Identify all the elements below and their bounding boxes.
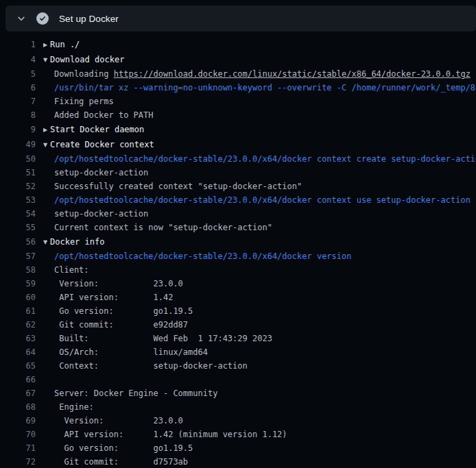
log-line: 66 (0, 373, 476, 386)
line-number[interactable]: 56 (0, 234, 36, 249)
log-line: 51setup-docker-action (0, 166, 476, 180)
log-command-text: /opt/hostedtoolcache/docker-stable/23.0.… (36, 249, 476, 263)
log-line: 72 Git commit: d7573ab (0, 455, 476, 468)
group-row-content: ▼Create Docker context (36, 137, 476, 152)
group-collapsed-icon: ▶ (43, 123, 50, 137)
line-number[interactable]: 66 (0, 373, 36, 386)
log-line: 69 Version: 23.0.0 (0, 414, 476, 428)
log-line: 68 Engine: (0, 400, 476, 414)
line-number[interactable]: 63 (0, 332, 36, 345)
chevron-down-icon[interactable] (16, 14, 26, 23)
group-title: Download docker (50, 55, 124, 64)
log-line: 57/opt/hostedtoolcache/docker-stable/23.… (0, 249, 476, 263)
log-text: Context: setup-docker-action (36, 359, 476, 373)
line-number[interactable]: 67 (0, 386, 36, 400)
group-expanded-icon: ▼ (43, 235, 50, 249)
log-line: 64 OS/Arch: linux/amd64 (0, 345, 476, 359)
log-text: Successfully created context "setup-dock… (36, 180, 476, 193)
log-text: Fixing perms (36, 95, 476, 108)
log-line: 71 Go version: go1.19.5 (0, 441, 476, 455)
group-collapsed-icon: ▶ (43, 38, 50, 52)
line-number[interactable]: 5 (0, 67, 36, 81)
log-text: setup-docker-action (36, 207, 476, 221)
actions-log-page: { "header": { "title": "Set up Docker", … (0, 0, 476, 468)
log-line: 61 Go version: go1.19.5 (0, 304, 476, 318)
line-number[interactable]: 65 (0, 359, 36, 373)
line-number[interactable]: 62 (0, 318, 36, 332)
line-number[interactable]: 52 (0, 180, 36, 193)
check-circle-icon (36, 12, 49, 25)
log-line: 50/opt/hostedtoolcache/docker-stable/23.… (0, 152, 476, 166)
log-text: Go version: go1.19.5 (36, 304, 476, 318)
log-url-link[interactable]: https://download.docker.com/linux/static… (114, 69, 471, 79)
group-row-content: ▶Start Docker daemon (36, 122, 476, 137)
log-line: 7Fixing perms (0, 95, 476, 108)
step-header[interactable]: Set up Docker (5, 5, 476, 32)
log-text: Git commit: e92dd87 (36, 318, 476, 332)
log-group-row[interactable]: 49▼Create Docker context (0, 137, 476, 152)
log-line: 62 Git commit: e92dd87 (0, 318, 476, 332)
line-number[interactable]: 4 (0, 52, 36, 67)
group-row-content: ▶Run ./ (36, 37, 476, 52)
log-text: Git commit: d7573ab (36, 455, 476, 468)
log-text: OS/Arch: linux/amd64 (36, 345, 476, 359)
log-line: 67Server: Docker Engine - Community (0, 386, 476, 400)
log-command-text: /opt/hostedtoolcache/docker-stable/23.0.… (36, 193, 476, 207)
log-line: 52Successfully created context "setup-do… (0, 180, 476, 193)
log-group-row[interactable]: 4▼Download docker (0, 52, 476, 67)
log-group-row[interactable]: 1▶Run ./ (0, 37, 476, 52)
line-number[interactable]: 55 (0, 221, 36, 234)
log-text: API version: 1.42 (minimum version 1.12) (36, 428, 476, 441)
log-line: 63 Built: Wed Feb 1 17:43:29 2023 (0, 332, 476, 345)
log-line: 70 API version: 1.42 (minimum version 1.… (0, 428, 476, 441)
line-number[interactable]: 50 (0, 152, 36, 166)
log-text: Version: 23.0.0 (36, 277, 476, 291)
group-title: Start Docker daemon (50, 125, 144, 134)
log-text (36, 373, 476, 386)
log-text: Server: Docker Engine - Community (36, 386, 476, 400)
line-number[interactable]: 72 (0, 455, 36, 468)
log-line: 8Added Docker to PATH (0, 108, 476, 122)
log-text: Version: 23.0.0 (36, 414, 476, 428)
line-number[interactable]: 68 (0, 400, 36, 414)
line-number[interactable]: 57 (0, 249, 36, 263)
log-command-text: /opt/hostedtoolcache/docker-stable/23.0.… (36, 152, 476, 166)
log-group-row[interactable]: 9▶Start Docker daemon (0, 122, 476, 137)
group-row-content: ▼Docker info (36, 234, 476, 249)
group-expanded-icon: ▼ (43, 138, 50, 152)
log-line: 55Current context is now "setup-docker-a… (0, 221, 476, 234)
log-line: 5Downloading https://download.docker.com… (0, 67, 476, 81)
log-text-prefix: Downloading (54, 69, 114, 79)
log-line: 65 Context: setup-docker-action (0, 359, 476, 373)
line-number[interactable]: 60 (0, 291, 36, 304)
line-number[interactable]: 53 (0, 193, 36, 207)
line-number[interactable]: 58 (0, 263, 36, 277)
line-number[interactable]: 1 (0, 37, 36, 52)
log-line: 60 API version: 1.42 (0, 291, 476, 304)
line-number[interactable]: 61 (0, 304, 36, 318)
line-number[interactable]: 59 (0, 277, 36, 291)
log-text: Current context is now "setup-docker-act… (36, 221, 476, 234)
line-number[interactable]: 9 (0, 122, 36, 137)
line-number[interactable]: 6 (0, 81, 36, 95)
log-text: Built: Wed Feb 1 17:43:29 2023 (36, 332, 476, 345)
line-number[interactable]: 54 (0, 207, 36, 221)
log-text: setup-docker-action (36, 166, 476, 180)
group-row-content: ▼Download docker (36, 52, 476, 67)
log-text: Client: (36, 263, 476, 277)
line-number[interactable]: 49 (0, 137, 36, 152)
log-text: Go version: go1.19.5 (36, 441, 476, 455)
line-number[interactable]: 70 (0, 428, 36, 441)
line-number[interactable]: 8 (0, 108, 36, 122)
log-command-text: /usr/bin/tar xz --warning=no-unknown-key… (36, 81, 476, 95)
line-number[interactable]: 64 (0, 345, 36, 359)
group-title: Run ./ (50, 40, 80, 49)
line-number[interactable]: 69 (0, 414, 36, 428)
log-line: 53/opt/hostedtoolcache/docker-stable/23.… (0, 193, 476, 207)
line-number[interactable]: 51 (0, 166, 36, 180)
line-number[interactable]: 71 (0, 441, 36, 455)
group-title: Docker info (50, 237, 104, 247)
group-expanded-icon: ▼ (43, 53, 50, 67)
line-number[interactable]: 7 (0, 95, 36, 108)
log-group-row[interactable]: 56▼Docker info (0, 234, 476, 249)
